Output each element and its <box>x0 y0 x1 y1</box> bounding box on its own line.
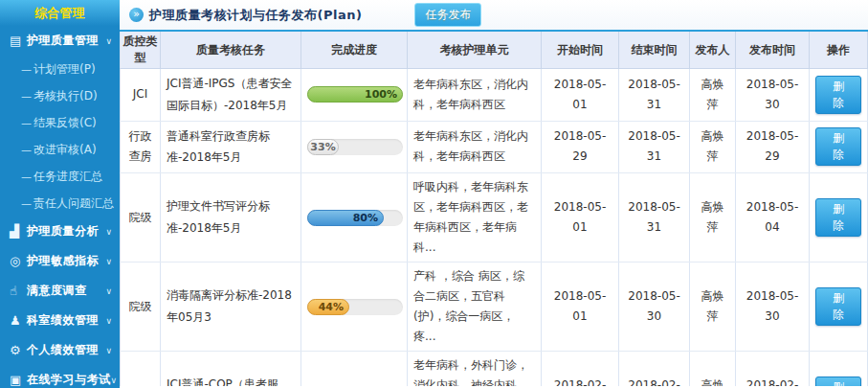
column-header: 发布人 <box>690 32 736 69</box>
cell-start-date: 2018-05-01 <box>542 262 619 352</box>
cell-progress: 80% <box>301 173 408 262</box>
chevron-down-icon: ∨ <box>105 316 114 326</box>
sidebar-item-online-learning-exam[interactable]: ▣在线学习与考试∨ <box>0 365 120 388</box>
sidebar: 综合管理 ▤护理质量管理∨计划管理(P)考核执行(D)结果反馈(C)改进审核(A… <box>0 0 120 388</box>
sidebar-subitem-plan-mgmt[interactable]: 计划管理(P) <box>0 56 120 82</box>
sidebar-item-label: 护理质量分析 <box>27 223 105 240</box>
column-header: 质控类型 <box>121 32 161 69</box>
delete-button[interactable]: 删除 <box>815 198 861 237</box>
delete-button[interactable]: 删除 <box>815 287 861 326</box>
plan-table: 质控类型质量考核任务完成进度考核护理单元开始时间结束时间发布人发布时间操作 JC… <box>120 32 868 386</box>
sidebar-item-label: 护理质量管理 <box>27 33 105 49</box>
cell-start-date: 2018-05-01 <box>542 173 619 262</box>
sidebar-subitem-result-feedback[interactable]: 结果反馈(C) <box>0 109 120 136</box>
column-header: 质量考核任务 <box>161 32 301 69</box>
cell-qc-type: 院级 <box>121 173 161 262</box>
cell-qc-type: JCI <box>121 352 161 386</box>
chart-icon: ▟ <box>10 224 27 239</box>
sidebar-item-dept-performance-mgmt[interactable]: ♟科室绩效管理∨ <box>0 306 120 335</box>
table-row: JCIJCI普通-COP（患者服务）-2018年2月15%老年病科，外科门诊，消… <box>121 352 868 386</box>
table-row: JCIJCI普通-IPGS（患者安全国际目标）-2018年5月100%老年病科东… <box>121 69 868 122</box>
cell-publish-date: 2018-05-30 <box>736 69 810 122</box>
table-row: 院级消毒隔离评分标准-2018年05月344%产科 ，综合 病区，综合二病区，五… <box>121 262 868 352</box>
sidebar-item-label: 科室绩效管理 <box>27 312 105 329</box>
sidebar-item-nursing-sensitive-indicators[interactable]: ◎护理敏感指标∨ <box>0 246 120 276</box>
progress-fill: 100% <box>307 86 403 103</box>
delete-button[interactable]: 删除 <box>815 127 861 166</box>
column-header: 结束时间 <box>619 32 690 69</box>
column-header: 考核护理单元 <box>408 32 542 69</box>
cell-nursing-units: 老年病科，外科门诊，消化内科，神经内科二，产房，产科一，护理... <box>408 352 542 386</box>
thumbs-up-icon: ☝ <box>10 284 27 298</box>
chevron-down-icon: ∨ <box>105 286 114 296</box>
chevron-down-icon: ∨ <box>105 257 114 266</box>
sidebar-item-label: 在线学习与考试 <box>27 372 111 388</box>
chevron-down-icon: ∨ <box>105 227 114 237</box>
plan-table-wrap: 质控类型质量考核任务完成进度考核护理单元开始时间结束时间发布人发布时间操作 JC… <box>120 32 868 386</box>
cell-task-name: 消毒隔离评分标准-2018年05月3 <box>161 262 301 352</box>
publish-task-button[interactable]: 任务发布 <box>414 3 481 27</box>
cell-nursing-units: 老年病科东区，消化内科，老年病科西区 <box>408 69 542 122</box>
cell-end-date: 2018-05-31 <box>619 173 690 262</box>
cell-progress: 15% <box>301 352 408 386</box>
cell-publisher: 高焕萍 <box>690 121 736 173</box>
main-panel: » 护理质量考核计划与任务发布(Plan) 任务发布 质控类型质量考核任务完成进… <box>120 0 868 388</box>
column-header: 完成进度 <box>301 32 408 69</box>
cell-start-date: 2018-05-29 <box>542 121 619 173</box>
sidebar-item-nursing-quality-analysis[interactable]: ▟护理质量分析∨ <box>0 217 120 246</box>
sidebar-item-label: 个人绩效管理 <box>27 342 105 358</box>
cell-action: 删除 <box>810 173 868 262</box>
cell-task-name: 普通科室行政查房标准-2018年5月 <box>161 121 301 173</box>
page-title: 护理质量考核计划与任务发布(Plan) <box>149 7 362 24</box>
cell-nursing-units: 产科 ，综合 病区，综合二病区，五官科(护)，综合一病区，疼... <box>408 262 542 352</box>
cell-task-name: 护理文件书写评分标准-2018年5月 <box>161 173 301 262</box>
sidebar-subitem-task-progress-summary[interactable]: 任务进度汇总 <box>0 163 120 190</box>
delete-button[interactable]: 删除 <box>815 377 861 386</box>
progress-track: 80% <box>307 210 403 226</box>
sidebar-menu: ▤护理质量管理∨计划管理(P)考核执行(D)结果反馈(C)改进审核(A)任务进度… <box>0 26 120 388</box>
lock-icon: ⚙ <box>10 343 27 357</box>
table-row: 院级护理文件书写评分标准-2018年5月80%呼吸内科，老年病科东区，老年病科西… <box>121 173 868 262</box>
delete-button[interactable]: 删除 <box>815 76 861 114</box>
chevron-down-icon: ∨ <box>105 346 114 355</box>
cell-progress: 44% <box>301 262 408 352</box>
person-icon: ♟ <box>10 313 27 328</box>
cell-publisher: 高焕萍 <box>690 352 736 386</box>
cell-qc-type: JCI <box>121 69 161 122</box>
titlebar: » 护理质量考核计划与任务发布(Plan) 任务发布 <box>120 0 868 32</box>
column-header: 操作 <box>810 32 868 69</box>
cell-qc-type: 院级 <box>121 262 161 352</box>
sidebar-header: 综合管理 <box>0 0 120 26</box>
sidebar-item-personal-performance-mgmt[interactable]: ⚙个人绩效管理∨ <box>0 335 120 365</box>
cell-action: 删除 <box>810 121 868 173</box>
cell-publish-date: 2018-05-30 <box>736 262 810 352</box>
progress-label: 100% <box>365 87 397 103</box>
cell-publisher: 高焕萍 <box>690 69 736 122</box>
cell-nursing-units: 老年病科东区，消化内科，老年病科西区 <box>408 121 542 173</box>
cell-publish-date: 2018-05-29 <box>736 121 810 173</box>
cell-action: 删除 <box>810 69 868 122</box>
progress-fill: 33% <box>307 139 339 155</box>
cell-publish-date: 2018-02-05 <box>736 352 810 386</box>
sidebar-item-nursing-quality-mgmt[interactable]: ▤护理质量管理∨ <box>0 26 120 56</box>
form-icon: ▤ <box>10 34 27 48</box>
cell-end-date: 2018-02-05 <box>619 352 690 386</box>
cell-start-date: 2018-05-01 <box>542 69 619 122</box>
sidebar-subitem-improve-review[interactable]: 改进审核(A) <box>0 136 120 163</box>
sidebar-item-satisfaction-survey[interactable]: ☝满意度调查∨ <box>0 276 120 306</box>
sidebar-subitem-responsible-issue-summary[interactable]: 责任人问题汇总 <box>0 190 120 217</box>
table-row: 行政查房普通科室行政查房标准-2018年5月33%老年病科东区，消化内科，老年病… <box>121 121 868 173</box>
arrow-circle-icon: » <box>129 8 144 22</box>
cell-progress: 33% <box>301 121 408 173</box>
cell-action: 删除 <box>810 262 868 352</box>
cell-task-name: JCI普通-COP（患者服务）-2018年2月 <box>161 352 301 386</box>
cell-progress: 100% <box>301 69 408 122</box>
briefcase-icon: ▣ <box>10 373 27 387</box>
target-icon: ◎ <box>10 254 27 268</box>
sidebar-subitem-assess-execute[interactable]: 考核执行(D) <box>0 82 120 109</box>
cell-action: 删除 <box>810 352 868 386</box>
sidebar-item-label: 满意度调查 <box>27 283 105 299</box>
progress-track: 33% <box>307 139 403 155</box>
progress-fill: 80% <box>307 210 384 226</box>
column-header: 发布时间 <box>736 32 810 69</box>
